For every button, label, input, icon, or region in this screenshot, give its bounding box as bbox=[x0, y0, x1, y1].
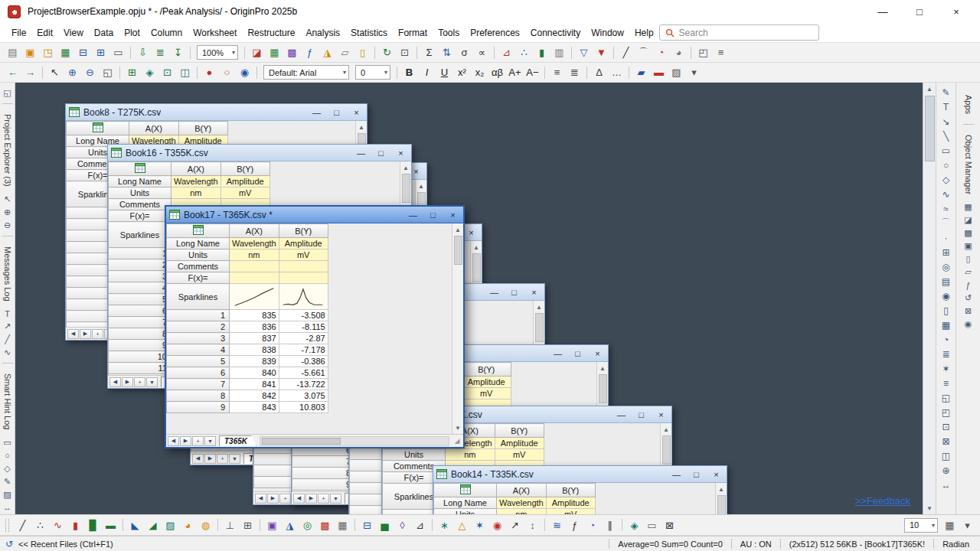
data-cell[interactable]: 836 bbox=[230, 321, 279, 333]
dock-tab-project-explorer-3[interactable]: Project Explorer (3) bbox=[3, 108, 12, 193]
plot-function-icon[interactable]: ƒ bbox=[566, 517, 583, 533]
meta-cell[interactable]: Wavelength bbox=[497, 497, 547, 509]
menu-data[interactable]: Data bbox=[89, 24, 119, 41]
mask-point-icon[interactable]: ● bbox=[201, 65, 218, 80]
window-maximize-button[interactable]: □ bbox=[573, 349, 583, 358]
search-input[interactable] bbox=[679, 28, 813, 38]
plot-gallery-icon[interactable]: ▦ bbox=[941, 517, 959, 533]
extract-layer-icon[interactable]: ⊡ bbox=[158, 65, 176, 80]
row-number[interactable]: 11 bbox=[109, 363, 172, 374]
row-label[interactable]: Sparklines bbox=[167, 284, 230, 310]
pin-mini-icon[interactable]: ◉ bbox=[962, 318, 975, 331]
menu-preferences[interactable]: Preferences bbox=[465, 24, 525, 41]
dock-pin-icon[interactable]: ◱ bbox=[2, 86, 14, 99]
data-cell[interactable]: 838 bbox=[230, 344, 279, 356]
plot-fill-area-icon[interactable]: ▨ bbox=[162, 517, 179, 533]
toolbar-grip[interactable] bbox=[5, 519, 9, 532]
menu-statistics[interactable]: Statistics bbox=[345, 24, 393, 41]
sigma-statistics-icon[interactable]: Σ bbox=[420, 45, 438, 60]
print-icon[interactable]: ▭ bbox=[109, 45, 127, 60]
set-column-values-icon[interactable]: ∝ bbox=[473, 45, 491, 60]
meta-cell[interactable]: Wavelength bbox=[172, 176, 221, 187]
add-arrow-icon[interactable]: ↘ bbox=[939, 114, 954, 129]
function-mini-icon[interactable]: ƒ bbox=[962, 279, 975, 292]
meta-cell[interactable]: nm bbox=[497, 509, 547, 515]
plot-ternary-icon[interactable]: △ bbox=[453, 517, 471, 533]
superscript-icon[interactable]: x² bbox=[453, 65, 471, 80]
add-circle-icon[interactable]: ○ bbox=[939, 158, 954, 172]
meta-cell[interactable]: Amplitude bbox=[220, 176, 270, 187]
menu-help[interactable]: Help bbox=[629, 24, 659, 41]
new-notes-icon[interactable]: ▯ bbox=[354, 45, 371, 60]
notes-mini-icon[interactable]: ▯ bbox=[962, 253, 975, 266]
scroll-up-icon[interactable]: ▲ bbox=[599, 363, 606, 373]
meta-cell[interactable]: mV bbox=[462, 388, 511, 399]
nav-back-icon[interactable]: ← bbox=[4, 65, 21, 80]
plot-smith-icon[interactable]: ◔ bbox=[583, 517, 601, 533]
new-worksheet-icon[interactable]: ▦ bbox=[266, 45, 283, 60]
add-project-path-icon[interactable]: ≣ bbox=[939, 347, 954, 361]
remove-mask-icon[interactable]: ◕ bbox=[670, 45, 688, 60]
quick-plot-line-icon[interactable]: ⊿ bbox=[498, 45, 515, 60]
meta-cell[interactable]: Amplitude bbox=[546, 497, 595, 509]
add-line-icon[interactable]: ╲ bbox=[939, 129, 954, 143]
plot-image-icon[interactable]: ▦ bbox=[334, 517, 351, 533]
toolbar-more-icon[interactable]: ≡ bbox=[712, 45, 730, 60]
pointer-tool-icon[interactable]: ↖ bbox=[2, 193, 14, 206]
plot-radar-icon[interactable]: ✶ bbox=[471, 517, 488, 533]
statistics-on-columns-icon[interactable]: σ bbox=[456, 45, 473, 60]
scroll-down-icon[interactable]: ▼ bbox=[455, 422, 461, 433]
meta-cell[interactable]: nm bbox=[230, 249, 279, 261]
window-close-button[interactable]: × bbox=[593, 349, 603, 358]
add-star-icon[interactable]: ✶ bbox=[939, 361, 954, 376]
font-combo[interactable]: Default: Arial▾ bbox=[263, 65, 349, 80]
column-header[interactable]: B(Y) bbox=[546, 484, 595, 497]
row-number[interactable]: 3 bbox=[109, 271, 172, 282]
history-icon[interactable]: ↺ bbox=[3, 539, 15, 549]
feedback-link[interactable]: >>Feedback bbox=[855, 495, 910, 507]
row-number[interactable]: 6 bbox=[109, 305, 172, 317]
row-label[interactable]: Units bbox=[383, 449, 446, 461]
hscroll-thumb[interactable] bbox=[262, 438, 341, 445]
add-layer-icon[interactable]: ⊞ bbox=[123, 65, 141, 80]
row-number[interactable]: 7 bbox=[292, 456, 355, 468]
row-label[interactable]: F(x)= bbox=[167, 272, 230, 284]
menu-worksheet[interactable]: Worksheet bbox=[188, 24, 242, 41]
menu-column[interactable]: Column bbox=[145, 24, 188, 41]
window-maximize-button[interactable]: □ bbox=[376, 148, 386, 158]
worksheet-grid[interactable]: A(X)B(Y)Long NameWavelengthAmplitudeUnit… bbox=[166, 223, 328, 413]
folder-mini-icon[interactable]: ▣ bbox=[962, 240, 975, 253]
import-ascii-icon[interactable]: ≣ bbox=[152, 45, 169, 60]
sheet-nav-prev[interactable]: ◀ bbox=[109, 377, 121, 387]
scroll-thumb[interactable] bbox=[402, 174, 410, 203]
add-color-scale-icon[interactable]: ▤ bbox=[939, 274, 954, 289]
row-number[interactable]: 10 bbox=[292, 491, 355, 492]
align-objects-icon[interactable]: ≡ bbox=[939, 376, 954, 390]
sheet-nav-add[interactable]: + bbox=[217, 454, 228, 464]
row-number[interactable]: 4 bbox=[191, 451, 254, 452]
plot-stacked-column-icon[interactable]: ▉ bbox=[84, 517, 102, 533]
quick-plot-template-icon[interactable]: ▥ bbox=[550, 45, 568, 60]
scroll-up-icon[interactable]: ▲ bbox=[536, 302, 542, 312]
window-close-button[interactable]: × bbox=[411, 167, 421, 176]
menu-format[interactable]: Format bbox=[393, 24, 433, 41]
new-function-plot-icon[interactable]: ƒ bbox=[301, 45, 318, 60]
app-minimize-button[interactable]: — bbox=[876, 6, 890, 18]
window-close-button[interactable]: × bbox=[711, 470, 721, 479]
meta-cell[interactable]: Amplitude bbox=[495, 438, 544, 449]
sheet-nav-add[interactable]: + bbox=[134, 377, 145, 387]
polygon-tool-icon[interactable]: ◇ bbox=[2, 462, 14, 475]
app-titlebar[interactable]: ProjectBrowserExample.opju * - /Peak Ana… bbox=[0, 0, 980, 23]
data-cell[interactable]: 842 bbox=[230, 390, 279, 402]
select-all-cell[interactable] bbox=[109, 162, 172, 176]
back-object-icon[interactable]: ◰ bbox=[939, 405, 954, 419]
scale-out-icon[interactable]: ⊖ bbox=[81, 65, 99, 80]
add-legend-icon[interactable]: ▯ bbox=[939, 303, 954, 318]
window-minimize-button[interactable]: — bbox=[671, 470, 681, 479]
open-icon[interactable]: ◳ bbox=[39, 45, 57, 60]
meta-cell[interactable]: Amplitude bbox=[462, 377, 511, 388]
insert-special-char-icon[interactable]: … bbox=[608, 65, 626, 80]
clear-filter-icon[interactable]: ▼ bbox=[593, 45, 610, 60]
row-label[interactable]: Units bbox=[434, 509, 497, 515]
row-label[interactable]: Units bbox=[109, 187, 172, 199]
